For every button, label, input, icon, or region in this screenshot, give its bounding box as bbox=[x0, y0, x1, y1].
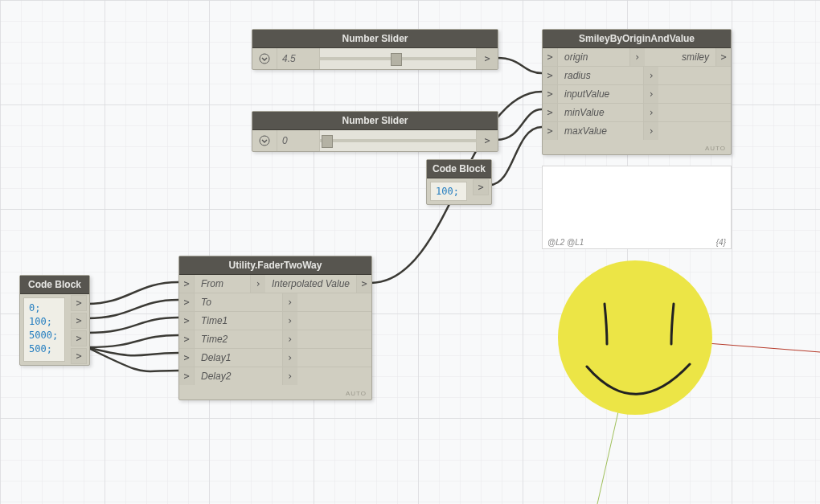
input-port[interactable]: > bbox=[543, 104, 558, 121]
output-port[interactable]: > bbox=[477, 48, 498, 69]
chevron-icon: › bbox=[629, 48, 645, 66]
chevron-icon: › bbox=[643, 67, 658, 84]
input-port[interactable]: > bbox=[179, 349, 195, 367]
chevron-icon: › bbox=[282, 293, 297, 311]
port-label: Delay1 bbox=[195, 352, 282, 363]
node-title: SmileyByOriginAndValue bbox=[543, 30, 731, 48]
svg-point-7 bbox=[260, 136, 269, 145]
input-port[interactable]: > bbox=[179, 275, 195, 293]
node-title: Utility.FaderTwoWay bbox=[179, 256, 371, 275]
node-fader-two-way[interactable]: Utility.FaderTwoWay >From›Interpolated V… bbox=[178, 256, 372, 400]
chevron-icon: › bbox=[643, 122, 658, 140]
slider-thumb[interactable] bbox=[322, 135, 333, 148]
port-label: radius bbox=[558, 70, 643, 81]
input-port[interactable]: > bbox=[543, 48, 558, 66]
input-port[interactable]: > bbox=[179, 312, 195, 330]
node-code-block-1[interactable]: Code Block 0; 100; 5000; 500; > > > > bbox=[19, 275, 90, 366]
input-port[interactable]: > bbox=[179, 293, 195, 311]
port-label: Interpolated Value bbox=[265, 278, 356, 289]
output-port[interactable]: > bbox=[477, 130, 498, 151]
chevron-icon: › bbox=[643, 85, 658, 103]
port-label: inputValue bbox=[558, 88, 643, 100]
node-title: Code Block bbox=[20, 276, 89, 294]
output-port[interactable]: > bbox=[356, 275, 371, 293]
chevron-icon: › bbox=[282, 349, 297, 367]
slider-value: 4.5 bbox=[277, 53, 319, 64]
slider-thumb[interactable] bbox=[391, 53, 402, 66]
input-port[interactable]: > bbox=[179, 330, 195, 348]
chevron-icon: › bbox=[643, 104, 658, 121]
output-port[interactable]: > bbox=[71, 295, 87, 311]
port-label: Time2 bbox=[195, 334, 282, 345]
output-port[interactable]: > bbox=[715, 48, 731, 66]
input-port[interactable]: > bbox=[543, 67, 558, 84]
code-editor[interactable]: 100; bbox=[430, 182, 467, 201]
node-number-slider-1[interactable]: Number Slider 4.5 > bbox=[252, 29, 498, 70]
lacing-label: AUTO bbox=[705, 145, 726, 152]
output-port[interactable]: > bbox=[71, 330, 87, 346]
output-port[interactable]: > bbox=[71, 313, 87, 329]
slider-track[interactable] bbox=[319, 48, 477, 69]
port-label: Time1 bbox=[195, 315, 282, 326]
node-title: Code Block bbox=[427, 160, 491, 178]
port-label: Delay2 bbox=[195, 371, 282, 382]
port-label: origin bbox=[558, 51, 629, 63]
port-label: smiley bbox=[645, 51, 716, 63]
slider-value: 0 bbox=[277, 135, 319, 146]
chevron-icon: › bbox=[282, 312, 297, 330]
input-port[interactable]: > bbox=[543, 85, 558, 103]
lacing-label: AUTO bbox=[346, 390, 367, 397]
port-label: To bbox=[195, 297, 282, 308]
port-label: minValue bbox=[558, 107, 643, 118]
port-label: From bbox=[195, 278, 250, 289]
dropdown-toggle[interactable] bbox=[252, 130, 277, 151]
output-port[interactable]: > bbox=[473, 179, 489, 195]
node-title: Number Slider bbox=[252, 30, 498, 48]
preview-right-label: {4} bbox=[716, 238, 726, 247]
chevron-icon: › bbox=[282, 330, 297, 348]
node-number-slider-2[interactable]: Number Slider 0 > bbox=[252, 111, 498, 152]
input-port[interactable]: > bbox=[179, 367, 195, 385]
chevron-icon: › bbox=[250, 275, 265, 293]
port-label: maxValue bbox=[558, 125, 643, 137]
preview-panel[interactable]: @L2 @L1 {4} bbox=[542, 166, 732, 249]
slider-track[interactable] bbox=[319, 130, 477, 151]
node-code-block-2[interactable]: Code Block 100; > bbox=[426, 159, 492, 205]
svg-point-6 bbox=[260, 54, 269, 64]
input-port[interactable]: > bbox=[543, 122, 558, 140]
node-title: Number Slider bbox=[252, 112, 498, 130]
node-smiley[interactable]: SmileyByOriginAndValue >origin›smiley> >… bbox=[542, 29, 732, 155]
code-editor[interactable]: 0; 100; 5000; 500; bbox=[23, 297, 65, 362]
output-port[interactable]: > bbox=[71, 348, 87, 364]
preview-left-label: @L2 @L1 bbox=[547, 238, 584, 247]
dropdown-toggle[interactable] bbox=[252, 48, 277, 69]
chevron-icon: › bbox=[282, 367, 297, 385]
